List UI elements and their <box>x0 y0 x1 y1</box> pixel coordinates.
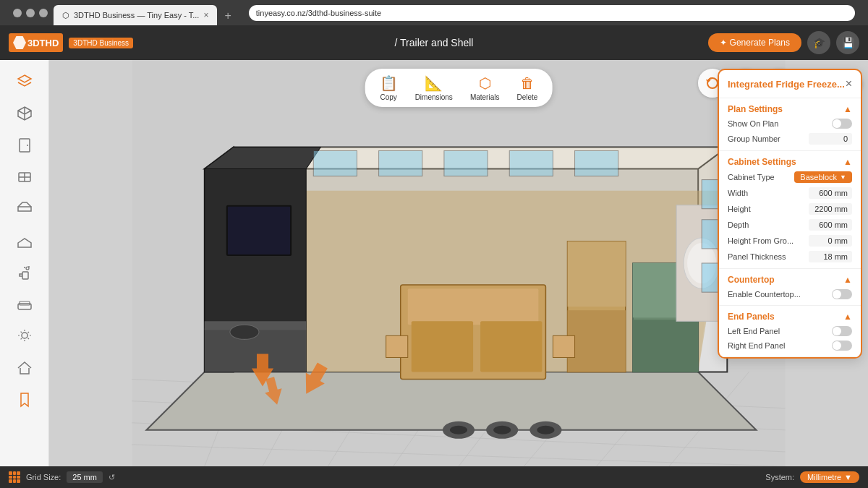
window-button[interactable] <box>10 163 39 192</box>
generate-plans-button[interactable]: ✦ Generate Plans <box>708 33 801 52</box>
cabinet-type-chevron-icon: ▼ <box>840 174 846 181</box>
toggle-knob <box>833 119 841 128</box>
svg-point-38 <box>230 325 259 339</box>
light-button[interactable] <box>10 322 39 351</box>
height-from-ground-value[interactable]: 0 mm <box>809 235 852 247</box>
countertop-header[interactable]: Countertop ▲ <box>728 275 852 285</box>
svg-rect-53 <box>553 335 574 357</box>
right-end-panel-row: Right End Panel <box>728 341 852 351</box>
svg-rect-41 <box>412 321 473 372</box>
cabinet-type-row: Cabinet Type Baseblock ▼ <box>728 171 852 183</box>
delete-action[interactable]: 🗑 Delete <box>516 75 537 101</box>
status-right: System: Millimetre ▼ <box>765 471 859 483</box>
svg-rect-58 <box>379 150 422 176</box>
panel-thickness-label: Panel Thickness <box>728 252 786 261</box>
delete-icon: 🗑 <box>520 75 535 92</box>
svg-rect-44 <box>568 241 626 307</box>
left-end-panel-row: Left End Panel <box>728 326 852 336</box>
cabinet-settings-header[interactable]: Cabinet Settings ▲ <box>728 157 852 167</box>
height-from-ground-label: Height From Gro... <box>728 236 793 245</box>
logo: 3DTHD <box>9 33 63 52</box>
panel-close-button[interactable]: × <box>846 77 852 90</box>
new-tab-btn[interactable]: + <box>218 7 237 25</box>
header-title: / Trailer and Shell <box>395 37 474 48</box>
refresh-icon[interactable]: ↺ <box>109 473 115 482</box>
top-toolbar: 📋 Copy 📐 Dimensions ⬡ Materials 🗑 Delete <box>365 69 553 107</box>
layers-button[interactable] <box>10 67 39 96</box>
left-panel-toggle-knob <box>833 327 841 335</box>
logo-area: 3DTHD 3DTHD Business <box>9 33 133 52</box>
countertop-title: Countertop <box>728 275 775 285</box>
cube-button[interactable] <box>10 99 39 128</box>
help-button[interactable]: 🎓 <box>807 31 830 54</box>
show-on-plan-toggle[interactable] <box>832 119 852 129</box>
wall-button[interactable] <box>10 194 39 223</box>
system-dropdown[interactable]: Millimetre ▼ <box>800 471 859 483</box>
cabinet-type-dropdown[interactable]: Baseblock ▼ <box>794 171 852 183</box>
status-bar: Grid Size: 25 mm ↺ System: Millimetre ▼ <box>0 466 868 488</box>
header-actions: ✦ Generate Plans 🎓 💾 <box>708 31 859 54</box>
right-end-panel-toggle[interactable] <box>832 341 852 351</box>
width-value[interactable]: 600 mm <box>809 187 852 199</box>
floor-button[interactable] <box>10 226 39 255</box>
browser-tabs: ⬡ 3DTHD Business — Tiny Easy - T... × + <box>54 0 237 25</box>
height-value[interactable]: 2200 mm <box>809 203 852 215</box>
countertop-toggle-knob <box>833 290 841 299</box>
end-panels-section: End Panels ▲ Left End Panel Right End Pa… <box>719 306 861 357</box>
group-number-value[interactable]: 0 <box>809 133 852 145</box>
svg-point-65 <box>450 426 467 435</box>
svg-point-10 <box>22 333 27 338</box>
svg-rect-60 <box>509 150 553 176</box>
depth-value[interactable]: 600 mm <box>809 219 852 231</box>
minimize-btn[interactable] <box>13 9 22 17</box>
spray-button[interactable] <box>10 258 39 287</box>
end-panels-header[interactable]: End Panels ▲ <box>728 312 852 322</box>
height-row: Height 2200 mm <box>728 203 852 215</box>
graduation-icon: 🎓 <box>813 37 825 48</box>
countertop-section: Countertop ▲ Enable Countertop... <box>719 269 861 306</box>
tab-close-btn[interactable]: × <box>203 10 208 20</box>
dimensions-icon: 📐 <box>425 74 443 92</box>
enable-countertop-toggle[interactable] <box>832 289 852 299</box>
left-toolbar <box>0 60 49 466</box>
grid-size-label: Grid Size: <box>26 473 61 481</box>
dimensions-action[interactable]: 📐 Dimensions <box>415 74 453 101</box>
panel-thickness-value[interactable]: 18 mm <box>809 251 852 262</box>
height-label: Height <box>728 205 751 213</box>
svg-point-6 <box>24 267 25 268</box>
door-button[interactable] <box>10 131 39 160</box>
business-badge: 3DTHD Business <box>69 38 133 48</box>
active-tab[interactable]: ⬡ 3DTHD Business — Tiny Easy - T... × <box>54 5 217 25</box>
maximize-btn[interactable] <box>26 9 35 17</box>
cabinet-settings-section: Cabinet Settings ▲ Cabinet Type Basebloc… <box>719 151 861 269</box>
svg-rect-61 <box>575 150 618 176</box>
address-bar[interactable]: tinyeasy.co.nz/3dthd-business-suite <box>249 5 855 21</box>
canvas-area[interactable]: 📋 Copy 📐 Dimensions ⬡ Materials 🗑 Delete <box>49 60 868 466</box>
show-on-plan-row: Show On Plan <box>728 119 852 129</box>
plan-settings-title: Plan Settings <box>728 104 783 114</box>
panel-header: Integrated Fridge Freeze... × <box>719 70 861 98</box>
right-end-panel-label: Right End Panel <box>728 341 786 350</box>
svg-rect-57 <box>313 150 357 176</box>
close-btn[interactable] <box>39 9 48 17</box>
grid-size-value[interactable]: 25 mm <box>67 471 103 483</box>
svg-rect-8 <box>18 304 31 309</box>
svg-point-1 <box>27 145 28 146</box>
save-button[interactable]: 💾 <box>836 31 859 54</box>
plan-settings-header[interactable]: Plan Settings ▲ <box>728 104 852 114</box>
sofa-button[interactable] <box>10 290 39 319</box>
svg-rect-42 <box>480 321 542 372</box>
copy-action[interactable]: 📋 Copy <box>380 74 398 101</box>
svg-marker-26 <box>146 372 756 430</box>
group-number-label: Group Number <box>728 134 780 143</box>
height-from-ground-row: Height From Gro... 0 mm <box>728 235 852 247</box>
roof-button[interactable] <box>10 354 39 382</box>
left-end-panel-toggle[interactable] <box>832 326 852 336</box>
enable-countertop-label: Enable Countertop... <box>728 290 801 299</box>
panel-title: Integrated Fridge Freeze... <box>728 79 845 90</box>
materials-action[interactable]: ⬡ Materials <box>470 74 500 101</box>
bookmark-button[interactable] <box>10 385 39 414</box>
system-dropdown-chevron: ▼ <box>844 473 852 481</box>
plan-settings-section: Plan Settings ▲ Show On Plan Group Numbe… <box>719 98 861 151</box>
group-number-row: Group Number 0 <box>728 133 852 145</box>
